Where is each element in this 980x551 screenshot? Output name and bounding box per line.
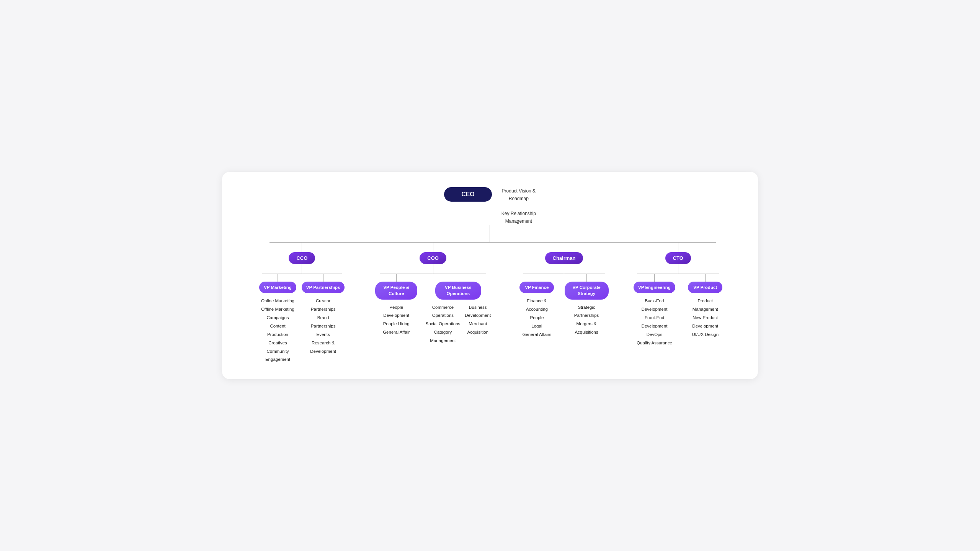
org-chart: CEO Product Vision &Roadmap Key Relation… xyxy=(234,187,746,364)
chr-vstub xyxy=(564,243,564,252)
cco-vstub xyxy=(302,243,302,252)
ceo-anno-1: Product Vision &Roadmap xyxy=(501,187,536,203)
vp-bizops-branch: VP Business Operations CommerceOperation… xyxy=(426,274,491,345)
vp-eng-items: Back-EndDevelopment Front-EndDevelopment… xyxy=(637,297,672,347)
vp-finance-items: Finance &Accounting People Legal General… xyxy=(522,297,551,339)
coo-column: COO VP People & Culture PeopleDevelopmen… xyxy=(359,243,507,364)
chr-vp-row: VP Finance Finance &Accounting People Le… xyxy=(519,274,608,339)
vpm-vstub xyxy=(278,274,278,282)
ceo-anno-2: Key RelationshipManagement xyxy=(501,210,536,225)
vp-partnerships-items: CreatorPartnerships BrandPartnerships Ev… xyxy=(310,297,336,355)
cto-vdown xyxy=(678,264,678,274)
vp-bizops-items: CommerceOperations Social Operations Cat… xyxy=(426,303,491,345)
vpp-vstub xyxy=(323,274,323,282)
vp-marketing-branch: VP Marketing Online Marketing Offline Ma… xyxy=(259,274,296,364)
vp-corpstrat-items: StrategicPartnerships Mergers &Acquisiti… xyxy=(574,303,599,337)
vp-people-branch: VP People & Culture PeopleDevelopment Pe… xyxy=(375,274,417,345)
vp-people-items: PeopleDevelopment People Hiring General … xyxy=(383,303,410,337)
cco-column: CCO VP Marketing xyxy=(245,243,359,364)
vpbo-vstub xyxy=(458,274,458,282)
vp-product-branch: VP Product ProductManagement New Product… xyxy=(688,274,722,347)
vpprod-vstub xyxy=(705,274,706,282)
cto-column: CTO VP Engineering Back-EndDevelopment xyxy=(621,243,735,364)
cto-vp-row: VP Engineering Back-EndDevelopment Front… xyxy=(634,274,722,347)
chairman-column: Chairman VP Finance Finance &Accounting xyxy=(507,243,621,364)
coo-vp-row: VP People & Culture PeopleDevelopment Pe… xyxy=(375,274,491,345)
l1-section: CCO VP Marketing xyxy=(234,242,746,364)
vp-corpstrat-node: VP Corporate Strategy xyxy=(565,282,609,299)
l1-columns: CCO VP Marketing xyxy=(234,243,746,364)
cco-vdown xyxy=(302,264,302,274)
vp-finance-branch: VP Finance Finance &Accounting People Le… xyxy=(519,274,554,339)
cto-node: CTO xyxy=(665,252,691,264)
ceo-row: CEO Product Vision &Roadmap Key Relation… xyxy=(234,187,746,243)
vp-product-node: VP Product xyxy=(688,282,722,293)
cco-vp-row: VP Marketing Online Marketing Offline Ma… xyxy=(259,274,345,364)
vpf-vstub xyxy=(537,274,537,282)
vp-marketing-items: Online Marketing Offline Marketing Campa… xyxy=(261,297,294,364)
chairman-node: Chairman xyxy=(545,252,583,264)
vp-marketing-node: VP Marketing xyxy=(259,282,296,293)
vp-bizops-node: VP Business Operations xyxy=(435,282,481,299)
vppc-vstub xyxy=(396,274,397,282)
vpe-vstub xyxy=(654,274,655,282)
vpcs-vstub xyxy=(586,274,587,282)
vp-partnerships-branch: VP Partnerships CreatorPartnerships Bran… xyxy=(302,274,345,364)
ceo-branch: CEO Product Vision &Roadmap Key Relation… xyxy=(444,187,536,243)
chr-vdown xyxy=(564,264,564,274)
org-chart-card: CEO Product Vision &Roadmap Key Relation… xyxy=(222,172,758,379)
ceo-node: CEO xyxy=(444,187,492,202)
vp-finance-node: VP Finance xyxy=(519,282,554,293)
ceo-annotations: Product Vision &Roadmap Key Relationship… xyxy=(501,187,536,225)
vp-eng-node: VP Engineering xyxy=(634,282,675,293)
coo-vdown xyxy=(433,264,433,274)
ceo-vline xyxy=(490,225,490,242)
vp-product-items: ProductManagement New ProductDevelopment… xyxy=(692,297,719,339)
cco-node: CCO xyxy=(289,252,315,264)
vp-partnerships-node: VP Partnerships xyxy=(302,282,345,293)
vp-corpstrat-branch: VP Corporate Strategy StrategicPartnersh… xyxy=(565,274,609,339)
vp-people-node: VP People & Culture xyxy=(375,282,417,299)
cto-vstub xyxy=(678,243,678,252)
l1-hbar xyxy=(270,242,716,243)
coo-vstub xyxy=(433,243,433,252)
coo-node: COO xyxy=(420,252,446,264)
vp-eng-branch: VP Engineering Back-EndDevelopment Front… xyxy=(634,274,675,347)
